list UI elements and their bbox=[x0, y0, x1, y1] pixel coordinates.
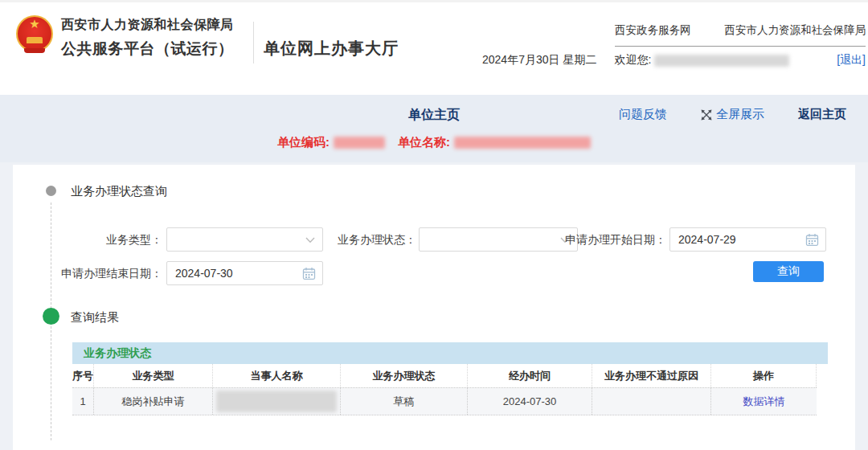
end-date-label: 申请办理结束日期： bbox=[48, 267, 162, 281]
column-header-time: 经办时间 bbox=[468, 364, 592, 387]
emblem-gate-icon bbox=[27, 37, 43, 43]
calendar-icon[interactable] bbox=[302, 267, 316, 280]
table-row: 1 稳岗补贴申请 草稿 2024-07-30 数据详情 bbox=[72, 387, 817, 415]
external-links: 西安政务服务网 西安市人力资源和社会保障局 bbox=[615, 23, 866, 47]
emblem-star-icon: ★ bbox=[18, 18, 51, 30]
section-bullet-results bbox=[43, 308, 59, 325]
header-subline: 2024年7月30日 星期二 欢迎您: [退出] bbox=[482, 53, 866, 68]
results-table: 序号 业务类型 当事人名称 业务办理状态 经办时间 业务办理不通过原因 操作 1… bbox=[72, 364, 817, 415]
cell-status: 草稿 bbox=[341, 388, 468, 415]
end-date-value: 2024-07-30 bbox=[175, 267, 233, 280]
portal-title: 单位网上办事大厅 bbox=[264, 38, 399, 59]
org-title-block: 西安市人力资源和社会保障局 公共服务平台（试运行） bbox=[61, 17, 234, 59]
cell-fail-reason bbox=[592, 388, 711, 415]
table-header-row: 序号 业务类型 当事人名称 业务办理状态 经办时间 业务办理不通过原因 操作 bbox=[72, 364, 817, 387]
table-title-bar: 业务办理状态 bbox=[72, 342, 828, 364]
fullscreen-expand-icon bbox=[701, 109, 712, 121]
column-header-index: 序号 bbox=[72, 364, 94, 387]
redacted-party-name bbox=[216, 391, 337, 412]
national-emblem-logo: ★ bbox=[16, 15, 53, 52]
cell-business-type: 稳岗补贴申请 bbox=[94, 388, 213, 415]
emblem-ribbon bbox=[24, 48, 45, 53]
platform-name: 公共服务平台（试运行） bbox=[61, 39, 234, 59]
link-xian-hr-bureau[interactable]: 西安市人力资源和社会保障局 bbox=[725, 23, 866, 38]
banner-links: 问题反馈 全屏展示 返回主页 bbox=[619, 107, 846, 122]
business-type-select[interactable] bbox=[166, 227, 323, 252]
logout-link[interactable]: [退出] bbox=[837, 53, 866, 68]
status-select[interactable] bbox=[419, 227, 578, 252]
business-type-label: 业务类型： bbox=[48, 233, 162, 248]
cell-index: 1 bbox=[72, 388, 94, 415]
org-name: 西安市人力资源和社会保障局 bbox=[61, 17, 234, 34]
status-label: 业务办理状态： bbox=[305, 233, 416, 248]
column-header-action: 操作 bbox=[711, 364, 817, 387]
table-title: 业务办理状态 bbox=[84, 346, 151, 361]
fullscreen-link[interactable]: 全屏展示 bbox=[701, 107, 764, 122]
data-detail-link[interactable]: 数据详情 bbox=[743, 395, 785, 409]
page-banner: 单位主页 问题反馈 全屏展示 返回主页 单位编码: bbox=[0, 95, 868, 162]
fullscreen-label: 全屏展示 bbox=[716, 107, 764, 122]
feedback-link[interactable]: 问题反馈 bbox=[619, 107, 667, 122]
section-bullet-query bbox=[46, 186, 56, 196]
start-date-label: 申请办理开始日期： bbox=[563, 233, 666, 248]
column-header-party-name: 当事人名称 bbox=[213, 364, 341, 387]
redacted-username bbox=[654, 55, 789, 67]
unit-code-label: 单位编码: bbox=[277, 135, 330, 150]
results-table-container: 业务办理状态 序号 业务类型 当事人名称 业务办理状态 经办时间 业务办理不通过… bbox=[72, 342, 828, 415]
cell-action: 数据详情 bbox=[711, 388, 817, 415]
app-header: ★ 西安市人力资源和社会保障局 公共服务平台（试运行） 单位网上办事大厅 西安政… bbox=[0, 0, 868, 95]
column-header-status: 业务办理状态 bbox=[341, 364, 468, 387]
header-divider bbox=[253, 22, 254, 63]
back-home-link[interactable]: 返回主页 bbox=[798, 107, 846, 122]
column-header-business-type: 业务类型 bbox=[94, 364, 213, 387]
end-date-input[interactable]: 2024-07-30 bbox=[166, 261, 323, 285]
results-section-title: 查询结果 bbox=[71, 310, 119, 325]
current-date: 2024年7月30日 星期二 bbox=[482, 53, 596, 68]
link-xian-gov-service[interactable]: 西安政务服务网 bbox=[615, 23, 691, 38]
redacted-unit-name bbox=[454, 137, 591, 149]
welcome-label: 欢迎您: bbox=[614, 53, 651, 68]
column-header-fail-reason: 业务办理不通过原因 bbox=[592, 364, 711, 387]
page: ★ 西安市人力资源和社会保障局 公共服务平台（试运行） 单位网上办事大厅 西安政… bbox=[0, 0, 868, 450]
query-section-title: 业务办理状态查询 bbox=[71, 184, 167, 199]
search-button[interactable]: 查询 bbox=[753, 261, 824, 282]
start-date-input[interactable]: 2024-07-29 bbox=[669, 227, 826, 252]
cell-party-name bbox=[213, 388, 341, 415]
redacted-unit-code bbox=[334, 137, 385, 149]
unit-name-label: 单位名称: bbox=[398, 135, 450, 150]
calendar-icon[interactable] bbox=[805, 233, 819, 247]
cell-time: 2024-07-30 bbox=[468, 388, 592, 415]
unit-info-line: 单位编码: 单位名称: bbox=[277, 135, 591, 150]
start-date-value: 2024-07-29 bbox=[678, 233, 736, 246]
